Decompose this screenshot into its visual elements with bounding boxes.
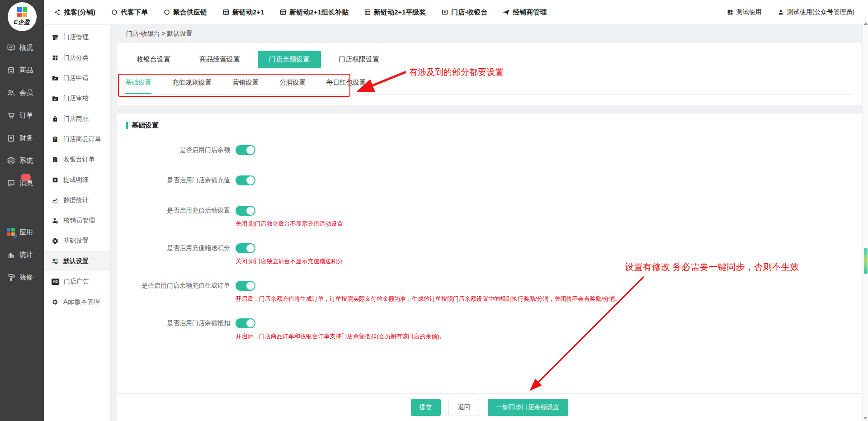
- category-icon: [52, 54, 59, 61]
- sidebar-item-label: 财务: [19, 134, 33, 142]
- sidebar-item-label: 订单: [19, 111, 33, 120]
- primary-nav: 概况 商品 会员 订单 财务 系统: [0, 36, 44, 289]
- tab-goods-operation-settings[interactable]: 商品经营设置: [188, 51, 251, 68]
- form-row-enable-balance-recharge: 是否启用门店余额充值: [126, 175, 862, 185]
- account-menu[interactable]: 测试使用(公众号管理员): [777, 8, 854, 16]
- scrollbar-down-arrow-icon[interactable]: [863, 417, 867, 420]
- sidebar-item-orders[interactable]: 订单: [0, 104, 44, 127]
- topnav-item-store-cashier[interactable]: 门店-收银台: [441, 8, 487, 17]
- subtab-marketing[interactable]: 营销设置: [232, 78, 259, 94]
- submenu-item-store-goods[interactable]: 门店商品: [44, 109, 110, 129]
- sidebar-item-apps[interactable]: 应用: [0, 221, 44, 243]
- sidebar-item-system[interactable]: 系统: [0, 149, 44, 172]
- submit-button[interactable]: 提交: [411, 399, 441, 416]
- submenu-item-data-statistics[interactable]: 数据统计: [44, 190, 110, 210]
- submenu-item-default-settings[interactable]: 默认设置: [44, 251, 110, 271]
- section-title-bar: [126, 122, 128, 129]
- scrollbar-thumb[interactable]: [864, 248, 868, 274]
- subtab-recharge-rules[interactable]: 充值规则设置: [172, 78, 212, 94]
- section-title-text: 基础设置: [132, 121, 159, 130]
- field-hint: 关闭:则门店独立后台不显示充值活动设置: [236, 220, 862, 228]
- submenu-item-store-application[interactable]: 门店申请: [44, 68, 110, 88]
- submenu-item-store-management[interactable]: 门店管理: [44, 27, 110, 47]
- topnav-item-chain-2plus1[interactable]: 新链动2+1: [222, 8, 264, 17]
- share-icon: [54, 9, 61, 16]
- field-label: 是否启用门店余额: [126, 146, 230, 154]
- back-button[interactable]: 返回: [448, 399, 480, 416]
- submenu-item-store-goods-orders[interactable]: 门店商品订单: [44, 129, 110, 149]
- section-title: 基础设置: [117, 121, 862, 130]
- circle-icon: [163, 9, 170, 16]
- line-chart-icon: [52, 197, 59, 204]
- subtab-daily-red-packet[interactable]: 每日红包设置: [326, 78, 366, 94]
- main-tabs: 收银台设置 商品经营设置 门店余额设置 门店权限设置: [125, 51, 853, 68]
- toggle-enable-recharge-points[interactable]: [236, 243, 255, 253]
- field-label: 是否启用充值活动设置: [126, 207, 230, 215]
- sync-store-balance-button[interactable]: 一键同步门店余额设置: [488, 399, 568, 416]
- submenu-item-store-ads[interactable]: AD 门店广告: [44, 271, 110, 292]
- brand-logo-text: E企盈: [14, 18, 30, 26]
- table-icon: [364, 9, 371, 16]
- submenu-label: 数据统计: [63, 196, 89, 204]
- form-row-enable-recharge-activity: 是否启用充值活动设置 关闭:则门店独立后台不显示充值活动设置: [126, 206, 862, 228]
- subtab-profit-sharing[interactable]: 分润设置: [279, 78, 306, 94]
- toggle-enable-balance-recharge[interactable]: [236, 175, 255, 185]
- submenu-label: 门店商品订单: [63, 135, 101, 143]
- submenu-item-basic-settings[interactable]: 基础设置: [44, 231, 110, 251]
- sidebar-item-label: 概况: [19, 43, 33, 52]
- scrollbar-up-arrow-icon[interactable]: [864, 22, 868, 25]
- submenu-item-store-review[interactable]: 门店审核: [44, 88, 110, 109]
- brand-logo[interactable]: E企盈: [8, 2, 37, 31]
- submenu-label: 门店管理: [63, 33, 89, 42]
- ad-icon: AD: [52, 279, 59, 285]
- cart-icon: [7, 111, 15, 120]
- topnav-item-chain-peer-award[interactable]: 新链动2+1平级奖: [364, 8, 426, 17]
- topnav-item-dealer-management[interactable]: 经销商管理: [503, 8, 547, 17]
- sidebar-item-members[interactable]: 会员: [0, 81, 44, 104]
- tab-cashier-settings[interactable]: 收银台设置: [125, 51, 182, 68]
- test-usage-button[interactable]: 测试使用: [726, 8, 762, 16]
- topnav-item-promoter[interactable]: 推客(分销): [54, 8, 95, 17]
- toggle-enable-balance-deduction[interactable]: [236, 318, 255, 328]
- sidebar-item-finance[interactable]: 财务: [0, 127, 44, 149]
- sidebar-item-label: 系统: [19, 156, 33, 165]
- submenu-item-verifier-management[interactable]: 核销员管理: [44, 210, 110, 231]
- field-label: 是否启用门店余额充值生成订单: [126, 282, 230, 290]
- field-hint: 开启后，门店余额充值将生成订单，订单按照实际支付的金额为准，生成的订单按照门店余…: [236, 295, 862, 303]
- topnav-item-supply-chain[interactable]: 聚合供应链: [163, 8, 207, 17]
- sidebar-item-label: 应用: [19, 228, 33, 237]
- submenu-item-cashier-orders[interactable]: 收银台订单: [44, 149, 110, 170]
- submenu-item-commission-detail[interactable]: 提成明细: [44, 170, 110, 190]
- form-row-enable-recharge-order: 是否启用门店余额充值生成订单 开启后，门店余额充值将生成订单，订单按照实际支付的…: [126, 281, 862, 303]
- folder-check-icon: [52, 95, 59, 102]
- subtab-basic-settings[interactable]: 基础设置: [125, 78, 151, 94]
- toggle-enable-recharge-order[interactable]: [236, 281, 255, 291]
- submenu-label: 门店申请: [63, 74, 89, 82]
- sidebar-item-statistics[interactable]: 统计: [0, 243, 44, 266]
- topbar-right: 测试使用 测试使用(公众号管理员): [726, 8, 854, 16]
- bill-icon: [7, 134, 15, 142]
- sidebar-item-decoration[interactable]: 装修: [0, 266, 44, 289]
- tab-store-permission-settings[interactable]: 门店权限设置: [327, 51, 391, 68]
- submenu-item-app-version[interactable]: App版本管理: [44, 292, 110, 312]
- sidebar-item-messages[interactable]: 消息 …: [0, 172, 44, 194]
- app-version-icon: [52, 298, 59, 306]
- toggle-enable-store-balance[interactable]: [236, 145, 255, 155]
- sidebar-item-label: 装修: [19, 273, 33, 282]
- table-icon: [222, 9, 230, 16]
- sidebar-item-goods[interactable]: 商品: [0, 59, 44, 81]
- field-label: 是否启用充值赠送积分: [126, 244, 230, 252]
- annotation-sync-note: 设置有修改 务必需要一键同步，否则不生效: [625, 261, 799, 273]
- tab-store-balance-settings[interactable]: 门店余额设置: [258, 51, 321, 68]
- table-icon: [279, 9, 287, 16]
- sidebar-item-overview[interactable]: 概况: [0, 36, 44, 59]
- message-count-badge: …: [21, 174, 31, 181]
- submenu-item-store-category[interactable]: 门店分类: [44, 47, 110, 68]
- topnav-item-chain-leader-subsidy[interactable]: 新链动2+1组长补贴: [279, 8, 348, 17]
- topnav-item-proxy-order[interactable]: 代客下单: [111, 8, 148, 17]
- submenu-label: 默认设置: [63, 257, 89, 265]
- toggle-enable-recharge-activity[interactable]: [236, 206, 255, 216]
- circle-icon: [111, 9, 118, 16]
- topbar-nav: 推客(分销) 代客下单 聚合供应链 新链动2+1 新链动2+1组长补贴 新链动2…: [54, 8, 547, 17]
- scrollbar[interactable]: [863, 20, 868, 421]
